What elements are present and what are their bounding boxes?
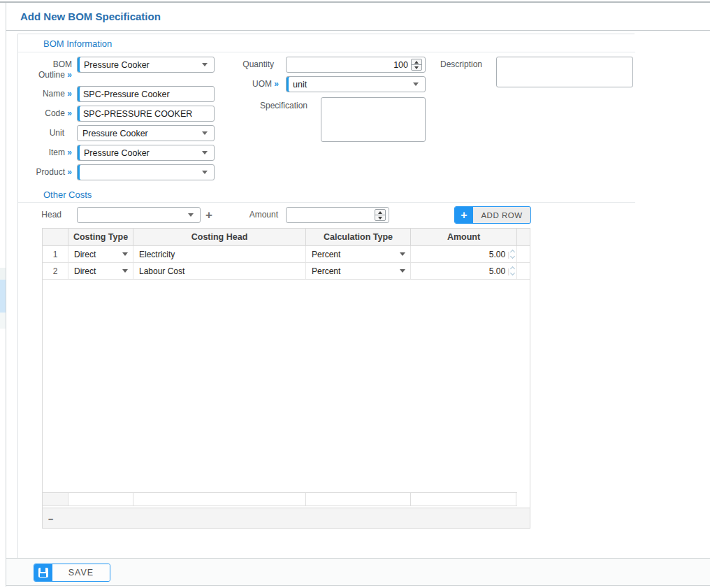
- row-endcap: [517, 246, 530, 262]
- grid-empty-row: [43, 492, 517, 506]
- add-row-button[interactable]: + ADD ROW: [454, 206, 531, 224]
- chevron-down-icon: [202, 131, 208, 135]
- amount-spinner[interactable]: [375, 209, 386, 221]
- required-chevron-icon: »: [67, 89, 72, 99]
- page-title: Add New BOM Specification: [20, 10, 161, 22]
- title-bar: Add New BOM Specification: [6, 3, 710, 31]
- amount-label: Amount: [194, 210, 278, 220]
- save-button-label: SAVE: [52, 564, 110, 581]
- specification-textarea[interactable]: [321, 97, 426, 142]
- left-edge-tab[interactable]: [0, 280, 6, 313]
- spinner-divider: |: [507, 267, 509, 275]
- row-number: 1: [43, 246, 68, 262]
- product-select[interactable]: [77, 164, 215, 180]
- chevron-down-icon: [122, 269, 128, 273]
- costing-head-column-header: Costing Head: [133, 229, 306, 245]
- empty-cell: [306, 493, 411, 505]
- quantity-label: Quantity: [190, 59, 274, 70]
- chevron-down-icon: [188, 213, 194, 217]
- amount-input[interactable]: [286, 207, 389, 223]
- required-chevron-icon: »: [67, 108, 72, 118]
- amount-cell[interactable]: 5.00 |: [411, 263, 517, 279]
- costing-type-column-header: Costing Type: [68, 229, 133, 245]
- section-bom-information: BOM Information: [43, 38, 112, 49]
- name-input[interactable]: [77, 86, 215, 102]
- description-label: Description: [398, 59, 482, 70]
- spin-up-icon[interactable]: [375, 210, 385, 215]
- calculation-type-column-header: Calculation Type: [306, 229, 411, 245]
- calculation-type-cell: Percent: [306, 246, 411, 262]
- calculation-type-cell: Percent: [306, 263, 411, 279]
- action-bar: SAVE: [6, 558, 710, 586]
- calculation-type-select[interactable]: Percent: [306, 246, 410, 262]
- chevron-down-icon: [400, 269, 405, 273]
- spinner-divider: |: [507, 250, 509, 259]
- table-row: 1 Direct Electricity Percent 5.00: [43, 246, 530, 263]
- unit-select[interactable]: Pressure Cooker: [77, 125, 215, 141]
- grid-header-row: Costing Type Costing Head Calculation Ty…: [43, 228, 530, 246]
- section-divider: [18, 52, 635, 52]
- chevron-down-icon: [413, 83, 419, 86]
- chevron-down-icon: [202, 171, 208, 174]
- head-select[interactable]: [77, 207, 201, 223]
- empty-cell: [411, 493, 516, 505]
- empty-cell: [68, 493, 133, 505]
- table-row: 2 Direct Labour Cost Percent 5.00: [43, 263, 530, 280]
- chevron-down-icon[interactable]: [510, 271, 515, 275]
- main-panel: Add New BOM Specification BOM Informatio…: [6, 3, 710, 587]
- item-label: Item »: [18, 148, 72, 158]
- uom-label: UOM »: [195, 79, 279, 89]
- row-number-column-header: [43, 229, 68, 245]
- plus-icon: +: [455, 207, 473, 223]
- required-chevron-icon: »: [274, 79, 279, 89]
- save-icon: [34, 564, 52, 581]
- code-label: Code »: [18, 108, 72, 119]
- grid-footer-dash: –: [48, 513, 53, 524]
- code-input[interactable]: [77, 106, 215, 122]
- grid-footer: –: [43, 508, 530, 529]
- empty-cell: [133, 493, 306, 505]
- specification-label: Specification: [224, 101, 307, 111]
- chevron-down-icon[interactable]: [510, 254, 515, 259]
- save-button[interactable]: SAVE: [34, 564, 110, 582]
- item-select[interactable]: Pressure Cooker: [77, 145, 215, 161]
- name-label: Name »: [18, 89, 72, 99]
- amount-cell[interactable]: 5.00 |: [411, 246, 517, 262]
- chevron-down-icon: [400, 252, 405, 256]
- product-label: Product »: [18, 167, 72, 178]
- head-label: Head: [18, 210, 61, 220]
- uom-select[interactable]: unit: [286, 76, 426, 92]
- section-other-costs: Other Costs: [43, 189, 92, 200]
- costing-type-cell: Direct: [68, 263, 133, 279]
- other-costs-grid: Costing Type Costing Head Calculation Ty…: [42, 228, 530, 529]
- empty-cell: [43, 493, 68, 505]
- section-divider: [18, 202, 635, 203]
- row-endcap: [517, 263, 530, 279]
- grid-header-endcap: [517, 229, 530, 245]
- calculation-type-select[interactable]: Percent: [306, 263, 410, 279]
- spin-down-icon[interactable]: [375, 215, 385, 220]
- amount-column-header: Amount: [411, 229, 517, 245]
- amount-stepper[interactable]: [511, 250, 514, 258]
- bom-outline-label: BOM Outline »: [18, 59, 72, 80]
- required-chevron-icon: »: [67, 167, 72, 177]
- add-row-button-label: ADD ROW: [473, 207, 530, 223]
- costing-type-select[interactable]: Direct: [68, 246, 133, 262]
- chevron-down-icon: [202, 151, 208, 155]
- costing-type-cell: Direct: [68, 246, 133, 262]
- costing-head-cell[interactable]: Electricity: [133, 246, 306, 262]
- description-textarea[interactable]: [496, 57, 633, 87]
- left-edge-strip: [0, 313, 6, 329]
- required-chevron-icon: »: [67, 148, 72, 157]
- row-number: 2: [43, 263, 68, 279]
- costing-head-cell[interactable]: Labour Cost: [133, 263, 306, 279]
- chevron-down-icon: [122, 252, 128, 256]
- costing-type-select[interactable]: Direct: [68, 263, 133, 279]
- unit-label: Unit: [18, 128, 64, 138]
- form-panel: BOM Information BOM Outline » Name » Cod…: [17, 34, 635, 558]
- left-edge-strip: [0, 268, 6, 280]
- amount-stepper[interactable]: [511, 267, 514, 275]
- required-chevron-icon: »: [67, 70, 72, 80]
